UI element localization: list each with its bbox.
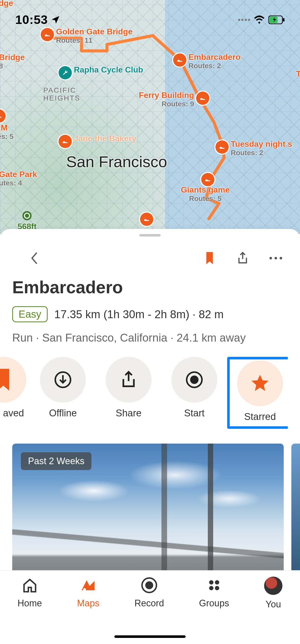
time-text: 10:53: [15, 13, 48, 27]
photo-time-badge: Past 2 Weeks: [21, 452, 91, 470]
tab-label: Groups: [199, 598, 229, 609]
route-stats: 17.35 km (1h 30m - 2h 8m) · 82 m: [54, 308, 224, 321]
svg-point-5: [280, 257, 282, 259]
tab-you[interactable]: You: [264, 577, 282, 644]
svg-point-3: [269, 257, 272, 259]
avatar-icon: [264, 577, 282, 595]
action-row[interactable]: aved Offline Share Start Starred: [0, 357, 288, 429]
shoe-icon: [196, 92, 209, 105]
home-indicator[interactable]: [114, 635, 186, 638]
record-icon: [141, 577, 158, 594]
sheet-grabber[interactable]: [139, 234, 161, 237]
svg-point-8: [190, 376, 199, 384]
share-icon: [121, 370, 137, 389]
poi-t-right[interactable]: T: [296, 69, 300, 79]
sheet-toolbar: [0, 237, 300, 275]
svg-point-13: [215, 580, 219, 584]
download-icon: [54, 371, 72, 389]
svg-point-12: [209, 580, 213, 584]
record-icon: [185, 371, 203, 389]
action-offline[interactable]: Offline: [30, 357, 96, 429]
tab-label: Record: [134, 598, 164, 609]
maps-icon: [79, 577, 97, 594]
poi-bottom-dot[interactable]: [140, 213, 153, 226]
back-button[interactable]: [23, 247, 46, 270]
action-starred[interactable]: Starred: [227, 357, 288, 429]
battery-icon: [268, 16, 285, 24]
map-district-label: PACIFIC HEIGHTS: [43, 86, 80, 102]
tab-record[interactable]: Record: [134, 577, 164, 644]
shoe-icon: [140, 213, 153, 226]
poi-rm-left[interactable]: RM tes: 5: [0, 109, 13, 141]
cellular-icon: [238, 19, 250, 21]
location-arrow-icon: [50, 15, 61, 25]
action-share[interactable]: Share: [96, 357, 161, 429]
share-icon: [237, 252, 248, 265]
svg-rect-1: [283, 18, 284, 22]
wifi-icon: [254, 14, 265, 25]
poi-bridge-top[interactable]: idge: [0, 0, 13, 8]
svg-point-15: [215, 586, 219, 590]
svg-point-4: [275, 257, 277, 259]
tab-home[interactable]: Home: [18, 577, 42, 644]
shoe-icon: [173, 53, 186, 67]
svg-point-14: [209, 586, 213, 590]
poi-golden-gate[interactable]: Golden Gate Bridge Routes: 11: [41, 28, 54, 41]
shoe-icon: [41, 28, 54, 41]
share-top-button[interactable]: [231, 247, 254, 270]
home-icon: [21, 577, 38, 594]
tab-bar: Home Maps Record Groups You: [0, 570, 300, 644]
wrench-icon: [59, 66, 72, 79]
tab-label: You: [266, 599, 281, 610]
map-view[interactable]: 10:53 San Francisco PACIFIC HEIGHTS 568f…: [0, 0, 300, 234]
poi-jane[interactable]: Jane the Bakery: [59, 135, 72, 148]
poi-gatepark-left[interactable]: Gate Park utes: 4: [0, 169, 37, 187]
tab-groups[interactable]: Groups: [199, 577, 229, 644]
status-time: 10:53: [15, 13, 61, 27]
action-start[interactable]: Start: [161, 357, 227, 429]
bookmark-button[interactable]: [198, 247, 221, 270]
shoe-icon: [0, 109, 6, 123]
shoe-icon: [201, 173, 214, 186]
route-meta: Run · San Francisco, California · 24.1 k…: [12, 331, 288, 344]
svg-point-9: [83, 588, 86, 591]
poi-tuesday[interactable]: Tuesday night s Routes: 2: [215, 140, 229, 154]
tab-label: Maps: [77, 598, 99, 609]
poi-rapha[interactable]: Rapha Cycle Club: [59, 66, 72, 79]
chevron-left-icon: [29, 251, 39, 265]
shoe-icon: [59, 135, 72, 148]
peak-icon: [22, 211, 32, 220]
status-bar: 10:53: [0, 13, 300, 27]
groups-icon: [206, 577, 223, 594]
star-icon: [250, 373, 270, 393]
shoe-icon: [215, 140, 229, 154]
poi-bridge-left[interactable]: Bridge 8: [0, 52, 25, 70]
map-city-label: San Francisco: [66, 153, 167, 171]
difficulty-badge: Easy: [12, 306, 48, 322]
tab-maps[interactable]: Maps: [77, 577, 99, 644]
action-saved[interactable]: aved: [0, 357, 30, 429]
bookmark-icon: [0, 369, 12, 391]
more-icon: [269, 256, 283, 260]
poi-ferry[interactable]: Ferry Building Routes: 9: [196, 92, 209, 105]
route-title: Embarcadero: [12, 277, 288, 297]
svg-point-11: [145, 581, 153, 589]
poi-giants[interactable]: Giants game Routes: 5: [201, 173, 214, 186]
tab-label: Home: [18, 598, 42, 609]
poi-embarcadero[interactable]: Embarcadero Routes: 2: [173, 53, 186, 67]
bookmark-icon: [204, 252, 215, 264]
more-button[interactable]: [264, 247, 287, 270]
